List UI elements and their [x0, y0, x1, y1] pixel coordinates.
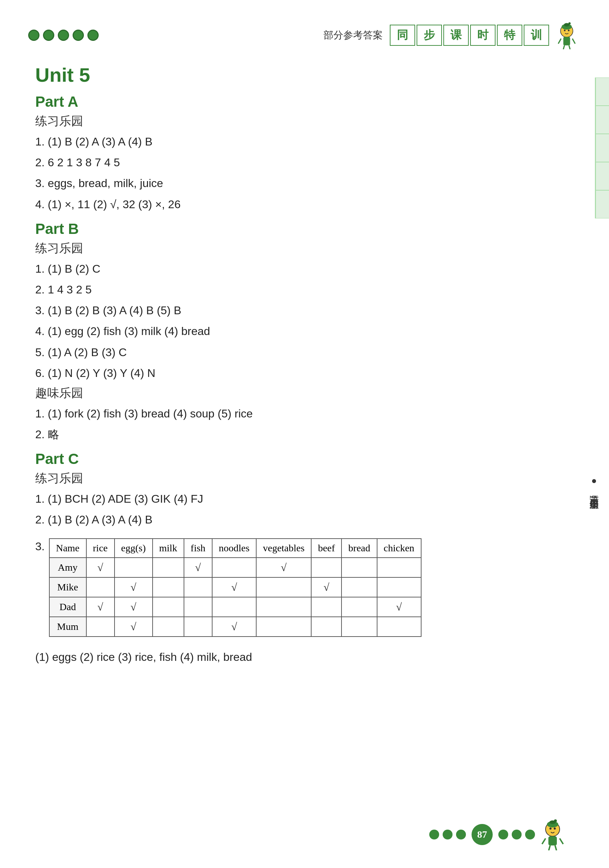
cell-mike-beef: √ [311, 577, 342, 597]
bottom-dot-5 [512, 829, 522, 840]
svg-point-3 [569, 22, 570, 24]
cell-mike-rice [86, 577, 115, 597]
col-header-rice: rice [86, 539, 115, 558]
part-b-section2: 趣味乐园 [35, 385, 574, 401]
svg-line-7 [558, 39, 561, 44]
cell-amy-milk [152, 558, 184, 577]
side-tab-4 [595, 162, 609, 190]
bottom-dot-4 [498, 829, 508, 840]
cell-amy-noodles [212, 558, 256, 577]
header-mascot-icon [553, 21, 581, 49]
side-text: ● 英语 四年级（上册） [584, 476, 604, 493]
col-header-beef: beef [311, 539, 342, 558]
bottom-dot-2 [443, 829, 452, 840]
col-header-eggs: egg(s) [115, 539, 152, 558]
col-header-noodles: noodles [212, 539, 256, 558]
col-header-milk: milk [152, 539, 184, 558]
svg-line-18 [542, 839, 545, 844]
part-c-title: Part C [35, 451, 574, 468]
cell-mike-vegetables [256, 577, 311, 597]
table-label: 3. [35, 538, 45, 555]
dot-5 [87, 29, 99, 41]
cell-mum-beef [311, 617, 342, 637]
content: Unit 5 Part A 练习乐园 1. (1) B (2) A (3) A … [28, 64, 581, 666]
bottom-mascot-icon [539, 819, 567, 850]
col-header-chicken: chicken [377, 539, 421, 558]
part-b-section1: 练习乐园 [35, 240, 574, 256]
header-boxes: 同 步 课 时 特 训 [390, 25, 549, 46]
part-a-section1: 练习乐园 [35, 113, 574, 129]
header-right: 部分参考答案 同 步 课 时 特 训 [323, 21, 581, 49]
side-decoration [595, 78, 609, 219]
part-b-answer-4: 4. (1) egg (2) fish (3) milk (4) bread [35, 322, 574, 340]
side-tab-5 [595, 190, 609, 219]
col-header-name: Name [49, 539, 86, 558]
page: 部分参考答案 同 步 课 时 特 训 [0, 0, 609, 868]
bottom-dot-6 [525, 829, 535, 840]
part-a-title: Part A [35, 93, 574, 110]
svg-rect-6 [563, 37, 570, 45]
header-box-4: 时 [470, 25, 496, 46]
dot-2 [43, 29, 54, 41]
header-box-3: 课 [443, 25, 469, 46]
cell-amy-beef [311, 558, 342, 577]
part-a-answer-3: 3. eggs, bread, milk, juice [35, 174, 574, 192]
table-row-dad: Dad √ √ √ [49, 597, 421, 617]
part-c-final-answer: (1) eggs (2) rice (3) rice, fish (4) mil… [35, 648, 574, 666]
page-number: 87 [472, 824, 493, 845]
col-header-vegetables: vegetables [256, 539, 311, 558]
part-b-answer-2: 2. 1 4 3 2 5 [35, 281, 574, 299]
side-tab-3 [595, 134, 609, 162]
header-label: 部分参考答案 [323, 28, 383, 42]
cell-mike-chicken [377, 577, 421, 597]
cell-amy-bread [342, 558, 377, 577]
part-c-section1: 练习乐园 [35, 470, 574, 487]
cell-dad-bread [342, 597, 377, 617]
cell-dad-rice: √ [86, 597, 115, 617]
cell-dad-fish [184, 597, 212, 617]
svg-point-16 [554, 828, 556, 829]
unit-title: Unit 5 [35, 64, 574, 86]
header-dots [28, 29, 99, 41]
svg-line-9 [563, 45, 564, 49]
svg-point-4 [564, 29, 566, 31]
dot-1 [28, 29, 39, 41]
table-row-mum: Mum √ √ [49, 617, 421, 637]
side-tab-2 [595, 106, 609, 134]
part-b-title: Part B [35, 220, 574, 237]
cell-amy-name: Amy [49, 558, 86, 577]
dot-4 [73, 29, 84, 41]
cell-dad-eggs: √ [115, 597, 152, 617]
svg-line-8 [572, 39, 575, 44]
bottom-dot-3 [456, 829, 466, 840]
cell-mike-name: Mike [49, 577, 86, 597]
col-header-bread: bread [342, 539, 377, 558]
cell-amy-eggs [115, 558, 152, 577]
svg-rect-17 [548, 836, 557, 845]
cell-mum-fish [184, 617, 212, 637]
cell-mike-noodles: √ [212, 577, 256, 597]
svg-point-15 [550, 828, 552, 829]
svg-line-10 [569, 45, 570, 49]
dot-3 [58, 29, 69, 41]
table-container: 3. Name rice egg(s) milk fish noodles ve… [35, 533, 574, 643]
svg-line-19 [560, 839, 563, 844]
header-box-2: 步 [416, 25, 442, 46]
svg-point-14 [554, 819, 557, 822]
cell-amy-fish: √ [184, 558, 212, 577]
part-b-answer-6: 6. (1) N (2) Y (3) Y (4) N [35, 364, 574, 382]
cell-mike-eggs: √ [115, 577, 152, 597]
table-row-amy: Amy √ √ √ [49, 558, 421, 577]
part-b-answer2-1: 1. (1) fork (2) fish (3) bread (4) soup … [35, 405, 574, 423]
part-c-answer-1: 1. (1) BCH (2) ADE (3) GIK (4) FJ [35, 490, 574, 508]
part-c-answer-2: 2. (1) B (2) A (3) A (4) B [35, 511, 574, 529]
part-b-answer-1: 1. (1) B (2) C [35, 260, 574, 278]
food-table: Name rice egg(s) milk fish noodles veget… [49, 538, 421, 637]
svg-line-21 [555, 845, 556, 850]
cell-mum-name: Mum [49, 617, 86, 637]
cell-mum-bread [342, 617, 377, 637]
cell-dad-chicken: √ [377, 597, 421, 617]
cell-dad-name: Dad [49, 597, 86, 617]
cell-mike-milk [152, 577, 184, 597]
cell-dad-vegetables [256, 597, 311, 617]
